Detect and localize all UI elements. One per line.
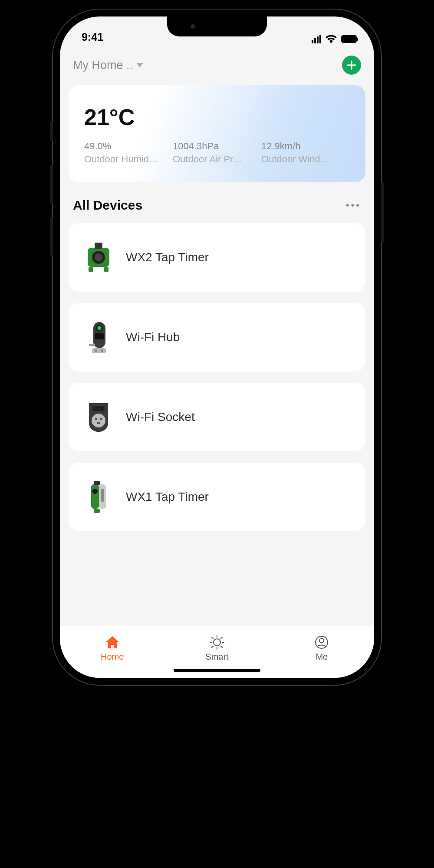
status-time: 9:41 <box>82 31 103 43</box>
tab-label: Smart <box>205 652 228 662</box>
device-card[interactable]: Wi-Fi Hub <box>69 303 365 372</box>
tab-label: Me <box>316 652 328 662</box>
plus-icon <box>347 60 356 70</box>
svg-line-33 <box>212 646 213 648</box>
main-content: My Home .. 21°C 49.0% Outdoor Humid… <box>60 47 374 626</box>
weather-stat-label: Outdoor Humid… <box>84 154 173 165</box>
wifi-hub-icon <box>83 322 114 352</box>
svg-point-3 <box>95 253 102 261</box>
svg-rect-1 <box>95 243 102 249</box>
person-icon <box>314 635 329 650</box>
svg-line-30 <box>212 637 213 638</box>
weather-stat-value: 1004.3hPa <box>173 141 261 152</box>
phone-side-button <box>50 217 53 256</box>
weather-stat-label: Outdoor Wind… <box>261 154 350 165</box>
weather-stats-row: 49.0% Outdoor Humid… 1004.3hPa Outdoor A… <box>84 141 350 165</box>
device-card[interactable]: WX1 Tap Timer <box>69 463 365 531</box>
cellular-signal-icon <box>312 35 321 43</box>
svg-rect-24 <box>94 509 100 513</box>
weather-stat-label: Outdoor Air Pr… <box>173 154 261 165</box>
phone-side-button <box>50 122 53 141</box>
device-name-label: Wi-Fi Socket <box>126 410 195 424</box>
svg-point-35 <box>319 638 324 643</box>
temperature-value: 21°C <box>84 104 350 130</box>
weather-stat-value: 12.9km/h <box>261 141 350 152</box>
svg-point-8 <box>97 326 102 330</box>
svg-line-31 <box>221 646 222 648</box>
weather-stat-wind: 12.9km/h Outdoor Wind… <box>261 141 350 165</box>
section-more-button[interactable]: ••• <box>346 200 361 211</box>
device-card[interactable]: Wi-Fi Socket <box>69 383 365 451</box>
home-selector-label: My Home .. <box>73 59 133 72</box>
sun-icon <box>209 635 225 650</box>
svg-rect-14 <box>92 406 105 411</box>
svg-rect-19 <box>91 484 99 509</box>
device-name-label: WX1 Tap Timer <box>126 490 209 504</box>
weather-stat-value: 49.0% <box>84 141 173 152</box>
device-name-label: WX2 Tap Timer <box>126 250 209 264</box>
wifi-icon <box>326 35 337 43</box>
home-indicator[interactable] <box>174 669 260 672</box>
tap-timer-icon <box>83 482 114 512</box>
svg-rect-18 <box>97 422 100 424</box>
svg-rect-4 <box>89 267 93 272</box>
svg-line-32 <box>221 637 222 638</box>
tab-me[interactable]: Me <box>270 626 374 670</box>
phone-side-button <box>381 182 384 243</box>
add-device-button[interactable] <box>342 56 361 75</box>
svg-point-12 <box>95 349 97 352</box>
svg-point-17 <box>100 418 102 420</box>
svg-point-25 <box>214 639 220 646</box>
svg-rect-10 <box>89 344 95 346</box>
weather-card[interactable]: 21°C 49.0% Outdoor Humid… 1004.3hPa Outd… <box>69 85 365 182</box>
wifi-socket-icon <box>83 402 114 432</box>
svg-rect-23 <box>101 489 104 502</box>
phone-frame: 9:41 My Home .. <box>52 9 382 686</box>
status-indicators <box>312 35 357 43</box>
svg-point-16 <box>95 418 97 420</box>
tab-smart[interactable]: Smart <box>164 626 269 670</box>
chevron-down-icon <box>136 63 143 67</box>
home-icon <box>105 635 120 650</box>
devices-section-header: All Devices ••• <box>69 194 365 223</box>
tab-label: Home <box>101 652 124 662</box>
svg-rect-5 <box>104 267 108 272</box>
home-selector[interactable]: My Home .. <box>73 59 143 72</box>
tab-home[interactable]: Home <box>60 626 164 670</box>
section-title: All Devices <box>73 198 142 213</box>
device-name-label: Wi-Fi Hub <box>126 330 180 344</box>
svg-point-15 <box>92 414 105 427</box>
tap-timer-icon <box>83 242 114 273</box>
svg-rect-9 <box>95 333 104 339</box>
weather-stat-pressure: 1004.3hPa Outdoor Air Pr… <box>173 141 261 165</box>
svg-rect-11 <box>92 348 106 353</box>
svg-point-13 <box>101 349 103 352</box>
device-card[interactable]: WX2 Tap Timer <box>69 223 365 292</box>
svg-rect-21 <box>94 481 100 485</box>
phone-notch <box>167 16 267 36</box>
app-header: My Home .. <box>69 47 365 85</box>
battery-icon <box>341 35 357 43</box>
weather-stat-humidity: 49.0% Outdoor Humid… <box>84 141 173 165</box>
phone-side-button <box>50 165 53 204</box>
phone-screen: 9:41 My Home .. <box>60 16 374 678</box>
svg-point-22 <box>92 489 98 494</box>
